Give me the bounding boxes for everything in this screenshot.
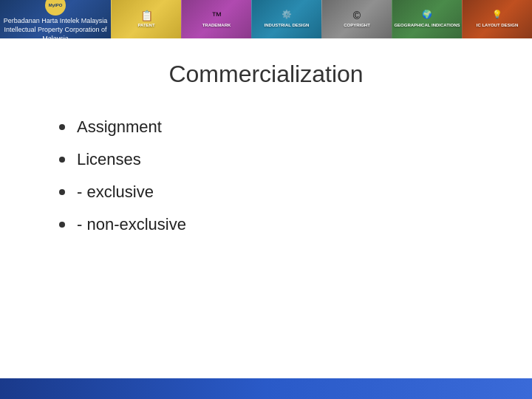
industrial-label: INDUSTRIAL DESIGN [265, 23, 310, 28]
category-layout[interactable]: 💡 IC LAYOUT DESIGN [462, 0, 532, 38]
category-trademark[interactable]: ™ TRADEMARK [181, 0, 251, 38]
logo-badge-text: MyIPO [49, 3, 63, 7]
bullet-item-exclusive: - exclusive [59, 183, 502, 202]
bottom-bar [0, 378, 532, 399]
geographical-label: GEOGRAPHICAL INDICATIONS [394, 23, 460, 28]
logo-badge: MyIPO [45, 0, 66, 16]
category-copyright[interactable]: © COPYRIGHT [321, 0, 392, 38]
bullet-item-assignment: Assignment [59, 117, 502, 137]
copyright-icon: © [349, 10, 364, 21]
layout-label: IC LAYOUT DESIGN [477, 23, 518, 28]
bullet-dot-assignment [59, 124, 65, 130]
bullet-dot-licenses [59, 157, 65, 163]
layout-icon: 💡 [490, 10, 505, 21]
bullet-text-licenses: Licenses [77, 150, 141, 169]
logo-text-line2: Intellectual Property Corporation of Mal… [3, 26, 108, 38]
bullet-item-licenses: Licenses [59, 150, 502, 169]
bullet-text-exclusive: - exclusive [77, 183, 154, 202]
bullet-item-non-exclusive: - non-exclusive [59, 215, 502, 234]
slide-container: MyIPO Perbadanan Harta Intelek Malaysia … [0, 0, 532, 399]
industrial-icon: ⚙️ [279, 10, 294, 21]
slide-title: Commercialization [30, 53, 502, 95]
bullet-text-assignment: Assignment [77, 117, 162, 137]
bullet-text-non-exclusive: - non-exclusive [77, 215, 186, 234]
trademark-label: TRADEMARK [202, 23, 231, 28]
geographical-icon: 🌍 [420, 10, 434, 21]
bullet-dot-non-exclusive [59, 222, 65, 228]
patent-label: PATENT [137, 23, 154, 28]
bullet-list: Assignment Licenses - exclusive - non-ex… [59, 117, 502, 248]
trademark-icon: ™ [209, 10, 224, 21]
categories-bar: 📋 PATENT ™ TRADEMARK ⚙️ INDUSTRIAL DESIG… [111, 0, 532, 38]
copyright-label: COPYRIGHT [344, 23, 370, 28]
category-patent[interactable]: 📋 PATENT [111, 0, 181, 38]
slide-content: Commercialization Assignment Licenses - … [0, 38, 532, 378]
category-industrial[interactable]: ⚙️ INDUSTRIAL DESIGN [251, 0, 321, 38]
patent-icon: 📋 [139, 10, 154, 21]
logo-text-line1: Perbadanan Harta Intelek Malaysia [4, 17, 108, 26]
bullet-dot-exclusive [59, 189, 65, 195]
category-geographical[interactable]: 🌍 GEOGRAPHICAL INDICATIONS [392, 0, 462, 38]
top-bar: MyIPO Perbadanan Harta Intelek Malaysia … [0, 0, 532, 38]
logo-area: MyIPO Perbadanan Harta Intelek Malaysia … [0, 0, 111, 38]
